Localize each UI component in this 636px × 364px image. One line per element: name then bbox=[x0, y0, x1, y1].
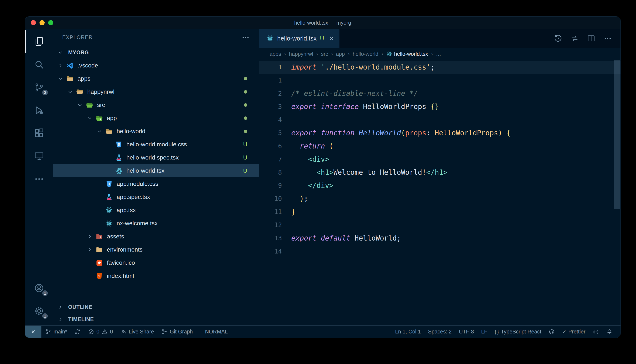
explorer-more-actions[interactable] bbox=[241, 33, 250, 42]
more-actions-icon[interactable] bbox=[603, 34, 612, 43]
status-language-mode[interactable]: { }TypeScript React bbox=[491, 326, 545, 338]
code-line[interactable]: 11} bbox=[259, 205, 620, 218]
tab-hello-world-tsx[interactable]: hello-world.tsx U × bbox=[259, 29, 339, 48]
status-cursor-position[interactable]: Ln 1, Col 1 bbox=[391, 326, 425, 338]
tree-item-label: index.html bbox=[107, 272, 134, 279]
outline-section[interactable]: OUTLINE bbox=[53, 301, 259, 313]
zoom-window-button[interactable] bbox=[48, 20, 53, 25]
code-line[interactable]: 12 bbox=[259, 218, 620, 232]
tree-item-nx-welcome-tsx[interactable]: nx-welcome.tsx bbox=[53, 217, 259, 230]
status-notifications[interactable] bbox=[603, 326, 616, 338]
code-line[interactable]: 8 <h1>Welcome to HelloWorld!</h1> bbox=[259, 166, 620, 179]
activity-more-views[interactable] bbox=[25, 168, 53, 190]
breadcrumb-separator: › bbox=[348, 51, 350, 57]
activity-settings[interactable]: 1 bbox=[25, 300, 53, 322]
activity-explorer[interactable] bbox=[25, 30, 53, 53]
status-remote-indicator[interactable] bbox=[25, 326, 41, 338]
editor-actions bbox=[554, 29, 620, 48]
open-timeline-icon[interactable] bbox=[554, 34, 562, 43]
tree-item-assets[interactable]: assets bbox=[53, 230, 259, 243]
activity-extensions[interactable] bbox=[25, 122, 53, 145]
prettier-icon: ✓ bbox=[562, 329, 566, 335]
breadcrumb-separator: › bbox=[381, 51, 383, 57]
close-tab-icon[interactable]: × bbox=[329, 34, 334, 42]
status-live-share[interactable]: Live Share bbox=[117, 326, 158, 338]
minimize-window-button[interactable] bbox=[40, 20, 45, 25]
timeline-section[interactable]: TIMELINE bbox=[53, 313, 259, 326]
code-line[interactable]: 14 bbox=[259, 245, 620, 258]
tree-item-app[interactable]: app bbox=[53, 112, 259, 125]
breadcrumb-label: happynrwl bbox=[289, 51, 313, 57]
tree-item-apps[interactable]: apps bbox=[53, 72, 259, 85]
status-indentation[interactable]: Spaces: 2 bbox=[425, 326, 455, 338]
code-line[interactable]: 10 ); bbox=[259, 192, 620, 205]
folder-open-tan-icon bbox=[105, 128, 114, 135]
close-window-button[interactable] bbox=[31, 20, 36, 25]
status-git-graph[interactable]: Git Graph bbox=[158, 326, 196, 338]
tree-item-environments[interactable]: environments bbox=[53, 243, 259, 256]
code-line[interactable]: 4 bbox=[259, 113, 620, 126]
code-line[interactable]: 6 return ( bbox=[259, 140, 620, 153]
activity-source-control[interactable]: 3 bbox=[25, 76, 53, 99]
tree-item-happynrwl[interactable]: happynrwl bbox=[53, 85, 259, 98]
code-line[interactable]: 5export function HelloWorld(props: Hello… bbox=[259, 126, 620, 140]
code-line[interactable]: 9 </div> bbox=[259, 179, 620, 192]
breadcrumb-…[interactable]: … bbox=[436, 51, 441, 57]
svg-text:3: 3 bbox=[118, 143, 120, 146]
activity-badge: 3 bbox=[42, 89, 49, 96]
status-problems[interactable]: 00 bbox=[84, 326, 117, 338]
breadcrumb-hello-world[interactable]: hello-world bbox=[353, 51, 378, 57]
tree-item-index-html[interactable]: 5index.html bbox=[53, 270, 259, 282]
status-eol[interactable]: LF bbox=[478, 326, 491, 338]
code-line[interactable]: 1import './hello-world.module.css'; bbox=[259, 61, 620, 74]
tree-item-app-spec-tsx[interactable]: app.spec.tsx bbox=[53, 190, 259, 204]
breadcrumb-hello-world-tsx[interactable]: hello-world.tsx bbox=[386, 51, 428, 57]
folder-assets-icon bbox=[95, 233, 105, 240]
breadcrumb-separator: › bbox=[431, 51, 433, 57]
tree-item-hello-world[interactable]: hello-world bbox=[53, 125, 259, 138]
status-encoding[interactable]: UTF-8 bbox=[455, 326, 478, 338]
code-line[interactable]: 13export default HelloWorld; bbox=[259, 232, 620, 245]
status-prettier[interactable]: ✓Prettier bbox=[558, 326, 589, 338]
tree-item-hello-world-tsx[interactable]: hello-world.tsxU bbox=[53, 164, 259, 177]
code-line[interactable]: 7 <div> bbox=[259, 153, 620, 166]
status-broadcast[interactable] bbox=[589, 326, 603, 338]
activity-run-and-debug[interactable] bbox=[25, 99, 53, 122]
git-untracked-badge: U bbox=[243, 154, 248, 161]
breadcrumb-label: app bbox=[336, 51, 345, 57]
breadcrumb-app[interactable]: app bbox=[336, 51, 345, 57]
code-editor[interactable]: 1import './hello-world.module.css';12/* … bbox=[259, 60, 620, 326]
tree-item--vscode[interactable]: .vscode bbox=[53, 59, 259, 72]
code-line[interactable]: 1 bbox=[259, 74, 620, 87]
tree-item-hello-world-module-css[interactable]: 3hello-world.module.cssU bbox=[53, 138, 259, 151]
status-vim-mode[interactable]: -- NORMAL -- bbox=[196, 326, 236, 338]
activity-search[interactable] bbox=[25, 53, 53, 76]
status-git-branch[interactable]: main* bbox=[41, 326, 71, 338]
status-sync-changes[interactable] bbox=[71, 326, 84, 338]
activity-remote-explorer[interactable] bbox=[25, 145, 53, 168]
breadcrumb-label: hello-world.tsx bbox=[394, 51, 428, 57]
code-line[interactable]: 2/* eslint-disable-next-line */ bbox=[259, 87, 620, 100]
tree-root-myorg[interactable]: MYORG bbox=[53, 46, 259, 59]
tree-item-app-module-css[interactable]: 3app.module.css bbox=[53, 177, 259, 190]
open-changes-icon[interactable] bbox=[570, 34, 579, 43]
tree-item-src[interactable]: src bbox=[53, 98, 259, 112]
breadcrumb-apps[interactable]: apps bbox=[270, 51, 281, 57]
breadcrumb-happynrwl[interactable]: happynrwl bbox=[289, 51, 313, 57]
status-feedback[interactable] bbox=[545, 326, 558, 338]
line-number: 4 bbox=[259, 113, 291, 126]
line-content: <div> bbox=[291, 153, 329, 166]
tree-item-hello-world-spec-tsx[interactable]: hello-world.spec.tsxU bbox=[53, 151, 259, 164]
react-icon bbox=[105, 220, 114, 228]
breadcrumb-src[interactable]: src bbox=[321, 51, 328, 57]
code-line[interactable]: 3export interface HelloWorldProps {} bbox=[259, 100, 620, 113]
tree-item-favicon-ico[interactable]: favicon.ico bbox=[53, 256, 259, 270]
chevron-down-icon bbox=[96, 128, 105, 134]
title-bar: hello-world.tsx — myorg bbox=[25, 16, 620, 29]
test-icon bbox=[105, 193, 114, 201]
chevron-down-icon bbox=[67, 89, 76, 95]
tree-item-app-tsx[interactable]: app.tsx bbox=[53, 204, 259, 217]
scrollbar-thumb[interactable] bbox=[614, 60, 620, 209]
activity-accounts[interactable]: 1 bbox=[25, 276, 53, 300]
split-editor-icon[interactable] bbox=[587, 34, 595, 43]
